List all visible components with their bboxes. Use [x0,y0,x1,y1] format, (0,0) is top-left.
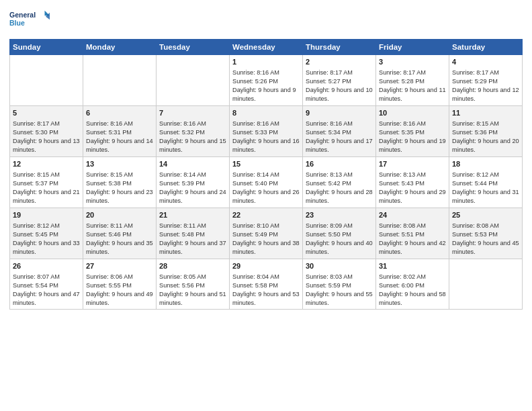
day-info: Sunrise: 8:16 AMSunset: 5:35 PMDaylight:… [379,120,446,154]
weekday-thursday: Thursday [303,40,376,55]
day-info: Sunrise: 8:11 AMSunset: 5:48 PMDaylight:… [159,222,226,257]
day-info: Sunrise: 8:07 AMSunset: 5:54 PMDaylight:… [13,273,80,308]
day-cell: 21Sunrise: 8:11 AMSunset: 5:48 PMDayligh… [157,208,230,259]
day-cell: 17Sunrise: 8:13 AMSunset: 5:43 PMDayligh… [376,156,449,208]
day-info: Sunrise: 8:04 AMSunset: 5:58 PMDaylight:… [232,273,300,308]
page: General Blue SundayMondayTuesdayWednesda… [0,0,532,411]
day-number: 29 [232,261,300,271]
day-cell: 31Sunrise: 8:02 AMSunset: 6:00 PMDayligh… [376,259,449,310]
day-cell: 9Sunrise: 8:16 AMSunset: 5:34 PMDaylight… [303,105,376,156]
day-number: 19 [13,210,80,220]
day-info: Sunrise: 8:09 AMSunset: 5:50 PMDaylight:… [306,222,373,257]
day-cell: 30Sunrise: 8:03 AMSunset: 5:59 PMDayligh… [303,259,376,310]
day-info: Sunrise: 8:05 AMSunset: 5:56 PMDaylight:… [159,273,226,308]
day-info: Sunrise: 8:16 AMSunset: 5:34 PMDaylight:… [306,120,373,154]
day-info: Sunrise: 8:14 AMSunset: 5:40 PMDaylight:… [232,171,300,205]
day-cell: 18Sunrise: 8:12 AMSunset: 5:44 PMDayligh… [449,156,523,208]
day-number: 1 [232,57,300,67]
day-cell: 27Sunrise: 8:06 AMSunset: 5:55 PMDayligh… [83,259,157,310]
day-cell: 14Sunrise: 8:14 AMSunset: 5:39 PMDayligh… [157,156,230,208]
day-cell: 5Sunrise: 8:17 AMSunset: 5:30 PMDaylight… [10,105,83,156]
svg-text:General: General [9,11,36,19]
day-info: Sunrise: 8:08 AMSunset: 5:51 PMDaylight:… [379,222,446,257]
day-cell: 26Sunrise: 8:07 AMSunset: 5:54 PMDayligh… [10,259,83,310]
day-number: 15 [232,159,300,169]
day-number: 25 [452,210,519,220]
week-row-2: 5Sunrise: 8:17 AMSunset: 5:30 PMDaylight… [10,105,523,156]
day-number: 21 [159,210,226,220]
weekday-saturday: Saturday [449,40,523,55]
day-number: 14 [159,159,226,169]
day-cell: 15Sunrise: 8:14 AMSunset: 5:40 PMDayligh… [230,156,303,208]
week-row-3: 12Sunrise: 8:15 AMSunset: 5:37 PMDayligh… [10,156,523,208]
day-cell: 19Sunrise: 8:12 AMSunset: 5:45 PMDayligh… [10,208,83,259]
day-info: Sunrise: 8:16 AMSunset: 5:32 PMDaylight:… [159,120,226,154]
day-info: Sunrise: 8:12 AMSunset: 5:44 PMDaylight:… [452,171,519,205]
week-row-5: 26Sunrise: 8:07 AMSunset: 5:54 PMDayligh… [10,259,523,310]
day-number: 28 [159,261,226,271]
logo: General Blue [9,7,50,34]
day-info: Sunrise: 8:16 AMSunset: 5:26 PMDaylight:… [232,68,300,103]
day-cell: 16Sunrise: 8:13 AMSunset: 5:42 PMDayligh… [303,156,376,208]
day-info: Sunrise: 8:12 AMSunset: 5:45 PMDaylight:… [13,222,80,257]
weekday-sunday: Sunday [10,40,83,55]
day-info: Sunrise: 8:17 AMSunset: 5:28 PMDaylight:… [379,68,446,103]
day-number: 9 [306,108,373,118]
day-cell: 4Sunrise: 8:17 AMSunset: 5:29 PMDaylight… [449,55,523,106]
day-number: 13 [86,159,153,169]
day-cell [10,55,83,106]
day-info: Sunrise: 8:14 AMSunset: 5:39 PMDaylight:… [159,171,226,205]
day-info: Sunrise: 8:16 AMSunset: 5:33 PMDaylight:… [232,120,300,154]
day-number: 6 [86,108,153,118]
day-number: 20 [86,210,153,220]
day-cell: 24Sunrise: 8:08 AMSunset: 5:51 PMDayligh… [376,208,449,259]
day-info: Sunrise: 8:13 AMSunset: 5:43 PMDaylight:… [379,171,446,205]
day-cell: 8Sunrise: 8:16 AMSunset: 5:33 PMDaylight… [230,105,303,156]
day-info: Sunrise: 8:11 AMSunset: 5:46 PMDaylight:… [86,222,153,257]
day-cell: 13Sunrise: 8:15 AMSunset: 5:38 PMDayligh… [83,156,157,208]
day-cell: 1Sunrise: 8:16 AMSunset: 5:26 PMDaylight… [230,55,303,106]
day-number: 18 [452,159,519,169]
day-info: Sunrise: 8:16 AMSunset: 5:31 PMDaylight:… [86,120,153,154]
weekday-monday: Monday [83,40,157,55]
week-row-4: 19Sunrise: 8:12 AMSunset: 5:45 PMDayligh… [10,208,523,259]
logo-svg: General Blue [9,7,50,34]
day-number: 7 [159,108,226,118]
day-info: Sunrise: 8:06 AMSunset: 5:55 PMDaylight:… [86,273,153,308]
day-number: 27 [86,261,153,271]
day-number: 5 [13,108,80,118]
day-number: 12 [13,159,80,169]
day-cell [157,55,230,106]
day-number: 23 [306,210,373,220]
day-number: 3 [379,57,446,67]
day-cell: 29Sunrise: 8:04 AMSunset: 5:58 PMDayligh… [230,259,303,310]
day-cell: 23Sunrise: 8:09 AMSunset: 5:50 PMDayligh… [303,208,376,259]
day-info: Sunrise: 8:17 AMSunset: 5:27 PMDaylight:… [306,68,373,103]
weekday-wednesday: Wednesday [230,40,303,55]
day-cell: 6Sunrise: 8:16 AMSunset: 5:31 PMDaylight… [83,105,157,156]
day-cell: 12Sunrise: 8:15 AMSunset: 5:37 PMDayligh… [10,156,83,208]
weekday-friday: Friday [376,40,449,55]
day-number: 31 [379,261,446,271]
day-cell: 10Sunrise: 8:16 AMSunset: 5:35 PMDayligh… [376,105,449,156]
day-number: 2 [306,57,373,67]
day-number: 22 [232,210,300,220]
weekday-tuesday: Tuesday [157,40,230,55]
day-number: 16 [306,159,373,169]
day-number: 4 [452,57,519,67]
day-cell: 2Sunrise: 8:17 AMSunset: 5:27 PMDaylight… [303,55,376,106]
day-info: Sunrise: 8:15 AMSunset: 5:36 PMDaylight:… [452,120,519,154]
day-cell [449,259,523,310]
day-info: Sunrise: 8:02 AMSunset: 6:00 PMDaylight:… [379,273,446,308]
day-number: 11 [452,108,519,118]
day-info: Sunrise: 8:10 AMSunset: 5:49 PMDaylight:… [232,222,300,257]
day-info: Sunrise: 8:13 AMSunset: 5:42 PMDaylight:… [306,171,373,205]
day-info: Sunrise: 8:15 AMSunset: 5:37 PMDaylight:… [13,171,80,205]
day-cell: 28Sunrise: 8:05 AMSunset: 5:56 PMDayligh… [157,259,230,310]
day-cell: 22Sunrise: 8:10 AMSunset: 5:49 PMDayligh… [230,208,303,259]
day-cell: 3Sunrise: 8:17 AMSunset: 5:28 PMDaylight… [376,55,449,106]
day-info: Sunrise: 8:17 AMSunset: 5:30 PMDaylight:… [13,120,80,154]
day-number: 30 [306,261,373,271]
day-info: Sunrise: 8:03 AMSunset: 5:59 PMDaylight:… [306,273,373,308]
week-row-1: 1Sunrise: 8:16 AMSunset: 5:26 PMDaylight… [10,55,523,106]
